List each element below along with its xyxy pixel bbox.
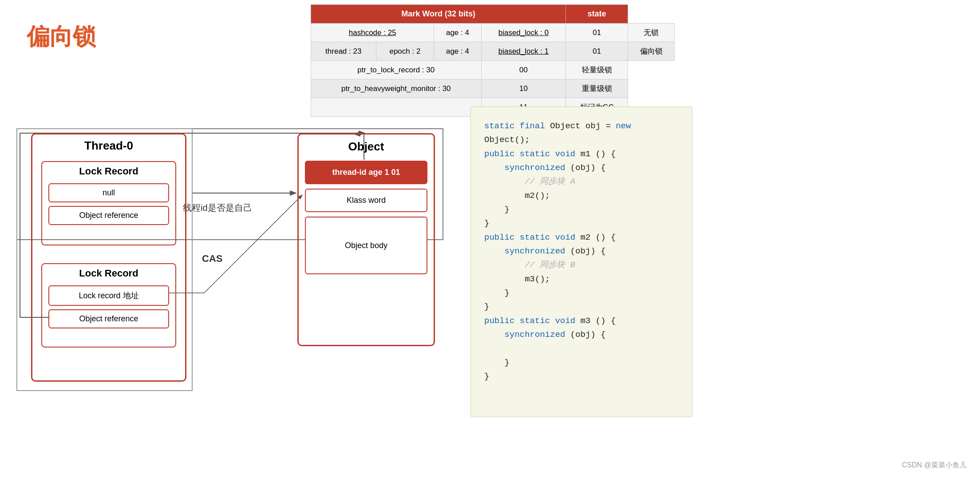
code-line-14: public static void m3 () {: [484, 314, 679, 328]
mark-word-table: Mark Word (32 bits) state hashcode : 25 …: [311, 4, 675, 117]
code-line-12: }: [484, 286, 679, 300]
obj-thread-id-cell: thread-id age 1 01: [305, 161, 427, 184]
table-row: ptr_to_heavyweight_monitor : 30 10 重量级锁: [311, 79, 675, 98]
code-line-4: // 同步块 A: [484, 175, 679, 189]
code-box: static final Object obj = new Object(); …: [470, 107, 692, 417]
code-line-13: }: [484, 300, 679, 314]
code-line-10: // 同步块 B: [484, 258, 679, 272]
code-line-16: [484, 342, 679, 356]
lr-top-cell2: Object reference: [48, 206, 169, 225]
code-line-7: }: [484, 217, 679, 230]
code-line-3: synchronized (obj) {: [484, 161, 679, 175]
code-line-11: m3();: [484, 273, 679, 286]
diagram: Thread-0 Lock Record null Object referen…: [9, 107, 457, 426]
object-box-label: Object: [299, 134, 434, 156]
table-header-state: state: [566, 5, 628, 24]
table-row: ptr_to_lock_record : 30 00 轻量级锁: [311, 61, 675, 79]
lock-record-top: Lock Record null Object reference: [41, 161, 176, 245]
lr-bottom-title: Lock Record: [42, 264, 175, 282]
code-line-6: }: [484, 203, 679, 217]
thread-box-label: Thread-0: [32, 134, 185, 155]
obj-klass-cell: Klass word: [305, 189, 427, 212]
lr-top-cell1: null: [48, 183, 169, 202]
code-line-5: m2();: [484, 189, 679, 203]
code-line-2: public static void m1 () {: [484, 147, 679, 161]
thread-box: Thread-0 Lock Record null Object referen…: [31, 133, 186, 382]
lr-top-title: Lock Record: [42, 162, 175, 180]
table-row: hashcode : 25 age : 4 biased_lock : 0 01…: [311, 24, 675, 42]
code-line-1: static final Object obj = new Object();: [484, 119, 679, 147]
lr-bottom-cell2: Object reference: [48, 309, 169, 328]
obj-body-cell: Object body: [305, 217, 427, 274]
code-line-8: public static void m2 () {: [484, 231, 679, 245]
lr-bottom-cell1: Lock record 地址: [48, 285, 169, 306]
code-line-18: }: [484, 370, 679, 383]
page-title: 偏向锁: [27, 21, 96, 52]
label-thread-id-check: 线程id是否是自己: [183, 202, 252, 214]
code-line-15: synchronized (obj) {: [484, 328, 679, 342]
table-header-markword: Mark Word (32 bits): [311, 5, 566, 24]
object-box: Object thread-id age 1 01 Klass word Obj…: [297, 133, 435, 346]
watermark: CSDN @菜菜小鱼儿: [902, 461, 967, 470]
lock-record-bottom: Lock Record Lock record 地址 Object refere…: [41, 263, 176, 348]
code-line-17: }: [484, 356, 679, 370]
code-line-9: synchronized (obj) {: [484, 245, 679, 258]
table-row: thread : 23 epoch : 2 age : 4 biased_loc…: [311, 42, 675, 61]
label-cas: CAS: [202, 253, 222, 265]
